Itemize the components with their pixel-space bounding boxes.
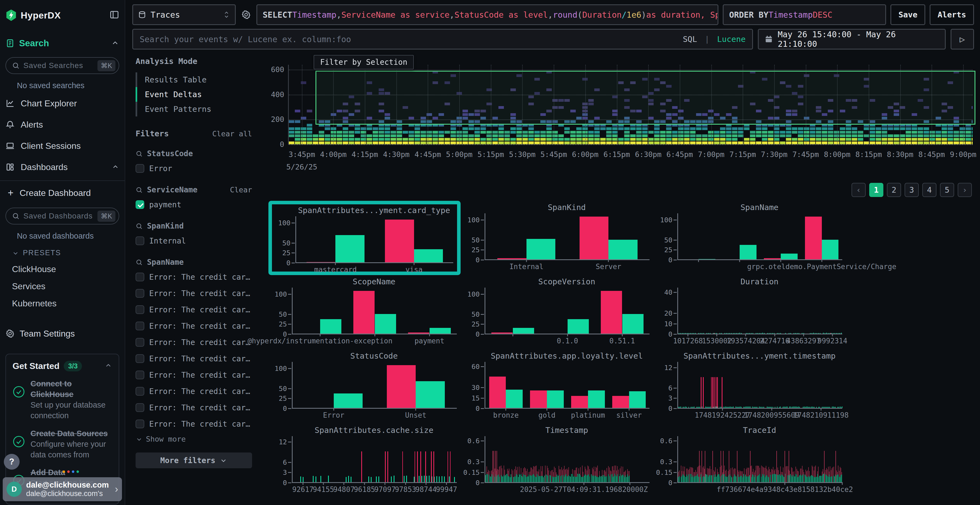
chevron-up-icon[interactable] (105, 362, 112, 371)
heatmap-selection-rect[interactable] (315, 71, 975, 125)
date-range-picker[interactable]: May 26 15:40:00 - May 26 21:10:00 (758, 29, 946, 49)
checkbox-unchecked[interactable] (135, 338, 144, 347)
filter-checkbox-item[interactable]: Error (135, 162, 252, 175)
create-dashboard-button[interactable]: + Create Dashboard (5, 185, 119, 200)
filter-checkbox-item[interactable]: Error: The credit card … (135, 369, 252, 381)
filter-by-selection-button[interactable]: Filter by Selection (313, 55, 414, 69)
run-query-button[interactable]: ▷ (951, 29, 974, 49)
sidebar-item-search[interactable]: Search (5, 37, 119, 50)
analysis-mode-event-patterns[interactable]: Event Patterns (135, 102, 252, 116)
chevron-up-icon[interactable] (111, 163, 119, 171)
sidebar-item-services[interactable]: Services (12, 281, 119, 291)
analysis-mode-event-deltas[interactable]: Event Deltas (135, 87, 252, 102)
pagination-page-5[interactable]: 5 (940, 183, 954, 197)
search-icon[interactable] (135, 186, 143, 194)
chart-bar (770, 333, 771, 333)
pagination-page-2[interactable]: 2 (887, 183, 901, 197)
clear-all-filters-button[interactable]: Clear all (212, 130, 252, 138)
filter-checkbox-item[interactable]: Error: The credit card … (135, 304, 252, 316)
sidebar-item-alerts[interactable]: Alerts (5, 117, 119, 132)
presets-section-toggle[interactable]: PRESETS (12, 249, 119, 257)
heatmap-plot[interactable]: 3:45pm4:00pm4:15pm4:30pm4:45pm5:00pm5:15… (288, 65, 973, 145)
sidebar-item-dashboards[interactable]: Dashboards (5, 159, 119, 175)
checkbox-unchecked[interactable] (135, 164, 144, 173)
chart-bar (487, 474, 488, 482)
sql-mode-toggle[interactable]: SQL (683, 35, 697, 44)
chart-scopeversion[interactable]: ScopeVersion025501000.1.00.51.1 (461, 275, 653, 349)
chart-bar (831, 476, 831, 482)
search-icon[interactable] (135, 222, 143, 230)
checkbox-unchecked[interactable] (135, 289, 144, 298)
checkbox-unchecked[interactable] (135, 403, 144, 412)
saved-dashboards-input[interactable]: Saved Dashboards ⌘K (5, 208, 119, 224)
chart-bar (808, 407, 809, 408)
filter-checkbox-item[interactable]: Error: The credit card … (135, 418, 252, 430)
get-started-item-connect-to-clickhouse[interactable]: Connect to ClickHouseSet up your databas… (13, 378, 112, 421)
more-filters-button[interactable]: More filters (135, 453, 252, 468)
sql-select-editor[interactable]: SELECT Timestamp, ServiceName as service… (256, 4, 718, 25)
analysis-mode-results-table[interactable]: Results Table (135, 72, 252, 87)
chart-statuscode[interactable]: StatusCode02550100ErrorUnset (269, 349, 461, 424)
chart-bar (815, 477, 816, 482)
event-search-input[interactable] (140, 35, 678, 44)
saved-searches-input[interactable]: Saved Searches ⌘K (5, 57, 119, 74)
user-menu[interactable]: D dale@clickhouse.com dale@clickhouse.co… (3, 477, 122, 501)
get-started-item-create-data-sources[interactable]: Create Data SourcesConfigure where your … (13, 428, 112, 460)
filter-checkbox-item[interactable]: payment (135, 199, 252, 211)
checkbox-unchecked[interactable] (135, 387, 144, 395)
filter-checkbox-item[interactable]: Error: The credit card … (135, 320, 252, 332)
chart-duration[interactable]: Duration01020401017268153000219357420422… (654, 275, 846, 349)
chart-spanname[interactable]: SpanName02550100grpc.oteldemo.PaymentSer… (654, 201, 846, 275)
filter-checkbox-item[interactable]: Error: The credit card … (135, 353, 252, 365)
search-icon[interactable] (135, 150, 143, 157)
checkbox-unchecked[interactable] (135, 371, 144, 379)
save-button[interactable]: Save (891, 4, 925, 25)
chart-timestamp[interactable]: Timestamp00.150.30.62025-05-27T04:09:31.… (461, 424, 653, 498)
sidebar-item-kubernetes[interactable]: Kubernetes (12, 299, 119, 308)
checkbox-unchecked[interactable] (135, 237, 144, 245)
lucene-mode-toggle[interactable]: Lucene (717, 35, 746, 44)
sidebar-item-team-settings[interactable]: Team Settings (5, 326, 119, 341)
chart-scopename[interactable]: ScopeName02550100@hyperdx/instrumentatio… (269, 275, 461, 349)
filter-checkbox-item[interactable]: Internal (135, 235, 252, 247)
clear-filter-button[interactable]: Clear (230, 186, 252, 194)
checkbox-unchecked[interactable] (135, 322, 144, 330)
chevron-up-icon[interactable] (111, 39, 119, 48)
collapse-panel-icon[interactable] (110, 10, 119, 21)
chart-bar (796, 407, 797, 408)
show-more-button[interactable]: Show more (135, 435, 252, 443)
chart-spanattributes-yment-timestamp[interactable]: SpanAttributes...yment.timestamp03612174… (654, 349, 846, 424)
filter-checkbox-item[interactable]: Error: The credit card … (135, 336, 252, 348)
search-icon[interactable] (135, 259, 143, 266)
filter-checkbox-item[interactable]: Error: The credit card … (135, 385, 252, 397)
pagination-page-3[interactable]: 3 (905, 183, 919, 197)
sidebar-item-client-sessions[interactable]: Client Sessions (5, 138, 119, 154)
checkbox-unchecked[interactable] (135, 305, 144, 314)
sql-orderby-editor[interactable]: ORDER BY Timestamp DESC (723, 4, 886, 25)
chart-spanattributes-yment-card-type[interactable]: SpanAttributes...yment.card_type02550100… (269, 201, 461, 275)
checkbox-unchecked[interactable] (135, 354, 144, 363)
pagination-page-1[interactable]: 1 (869, 183, 883, 197)
checkbox-unchecked[interactable] (135, 419, 144, 428)
source-settings-gear-icon[interactable] (240, 10, 252, 20)
filter-checkbox-item[interactable]: Error: The credit card … (135, 271, 252, 283)
chart-bar (707, 475, 708, 482)
chart-bar (687, 476, 687, 482)
help-button[interactable]: ? (4, 454, 20, 470)
pagination-page-4[interactable]: 4 (922, 183, 937, 197)
chart-spanattributes-app-loyalty-level[interactable]: SpanAttributes.app.loyalty.level0153060b… (461, 349, 653, 424)
chart-spankind[interactable]: SpanKind02550100InternalServer (461, 201, 653, 275)
chart-traceid[interactable]: TraceId00.150.30.6ff736674e4a9348c43e815… (654, 424, 846, 498)
source-select[interactable]: Traces (132, 4, 236, 25)
chart-bar (568, 475, 569, 482)
pagination-next-button[interactable]: › (958, 183, 972, 197)
pagination-prev-button[interactable]: ‹ (851, 183, 865, 197)
filter-checkbox-item[interactable]: Error: The credit card … (135, 287, 252, 299)
sidebar-item-clickhouse[interactable]: ClickHouse (12, 264, 119, 274)
alerts-button[interactable]: Alerts (930, 4, 974, 25)
checkbox-unchecked[interactable] (135, 273, 144, 281)
chart-spanattributes-cache-size[interactable]: SpanAttributes.cache.size036129261794155… (269, 424, 461, 498)
filter-checkbox-item[interactable]: Error: The credit card … (135, 402, 252, 414)
sidebar-item-chart-explorer[interactable]: Chart Explorer (5, 95, 119, 111)
checkbox-checked[interactable] (135, 200, 144, 209)
